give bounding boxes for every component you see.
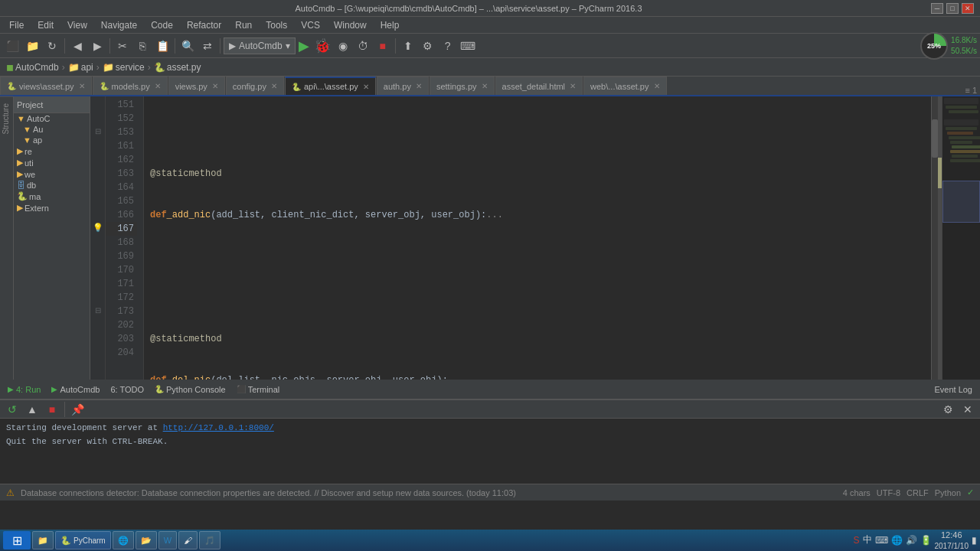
settings-btn[interactable]: ⚙ — [419, 37, 437, 55]
ln-162: 162 — [106, 153, 137, 167]
menu-file[interactable]: File — [3, 18, 30, 32]
cut-btn[interactable]: ✂ — [113, 37, 132, 55]
tab-settings[interactable]: settings.py ✕ — [430, 77, 495, 95]
clock[interactable]: 12:46 2017/1/10 — [935, 530, 969, 550]
close-panel-btn[interactable]: ✕ — [959, 400, 977, 419]
event-log-btn[interactable]: Event Log — [929, 381, 977, 398]
back-btn[interactable]: ◀ — [68, 37, 87, 55]
breadcrumb-service[interactable]: 📁 service — [103, 62, 145, 73]
taskbar-paint[interactable]: 🖌 — [178, 531, 198, 549]
forward-btn[interactable]: ▶ — [88, 37, 106, 55]
tab-views-asset[interactable]: 🐍 views\asset.py ✕ — [0, 77, 92, 95]
close-button[interactable]: ✕ — [962, 3, 974, 14]
taskbar-chrome[interactable]: 🌐 — [113, 531, 134, 549]
tree-ap[interactable]: ▼ ap — [14, 135, 90, 145]
tab-auth[interactable]: auth.py ✕ — [377, 77, 429, 95]
bulb-167[interactable]: 💡 — [90, 220, 105, 234]
tab-asset-detail[interactable]: asset_detail.html ✕ — [495, 77, 583, 95]
close-tab-auth[interactable]: ✕ — [416, 82, 422, 90]
tab-overflow-btn[interactable]: ≡ 1 — [965, 86, 977, 95]
close-tab-settings[interactable]: ✕ — [482, 82, 488, 90]
menu-tools[interactable]: Tools — [260, 18, 293, 32]
run-btn[interactable]: ▶ — [297, 37, 311, 54]
tree-autocmdb[interactable]: ▼ AutoC — [14, 113, 90, 124]
minimize-button[interactable]: ─ — [931, 3, 943, 14]
run-toolbar-btn[interactable]: ▶ 4: Run — [3, 381, 45, 398]
autocmdb-toolbar-btn[interactable]: ▶ AutoCmdb — [47, 381, 104, 398]
start-button[interactable]: ⊞ — [3, 531, 31, 549]
fold-173[interactable]: ⊟ — [90, 303, 105, 317]
tree-extern[interactable]: ▶ Extern — [14, 202, 90, 214]
close-tab-config[interactable]: ✕ — [271, 82, 277, 90]
stop-btn[interactable]: ■ — [374, 37, 392, 55]
tree-we[interactable]: ▶ we — [14, 168, 90, 180]
menu-vcs[interactable]: VCS — [295, 18, 326, 32]
coverage-btn[interactable]: ◉ — [334, 37, 352, 55]
restart-btn[interactable]: ↺ — [3, 400, 21, 419]
terminal-toolbar-btn[interactable]: ⬛ Terminal — [232, 381, 285, 398]
tab-models[interactable]: 🐍 models.py ✕ — [93, 77, 168, 95]
taskbar-word[interactable]: W — [158, 531, 177, 549]
tree-db[interactable]: 🗄 db — [14, 180, 90, 191]
folder-icon-re: ▶ — [17, 146, 23, 156]
tab-config[interactable]: config.py ✕ — [226, 77, 284, 95]
taskbar-media[interactable]: 🎵 — [199, 531, 220, 549]
taskbar-file-manager[interactable]: 📂 — [136, 531, 157, 549]
breadcrumb-autocmdb[interactable]: ◼ AutoCmdb — [6, 62, 59, 73]
tree-au[interactable]: ▼ Au — [14, 124, 90, 135]
terminal-btn[interactable]: ⌨ — [459, 37, 477, 55]
menu-navigate[interactable]: Navigate — [95, 18, 143, 32]
menu-code[interactable]: Code — [145, 18, 179, 32]
tree-uti[interactable]: ▶ uti — [14, 157, 90, 168]
close-tab-api-asset[interactable]: ✕ — [363, 83, 369, 91]
search-btn[interactable]: 🔍 — [178, 37, 197, 55]
gear-btn[interactable]: ⚙ — [939, 400, 957, 419]
vcs-btn[interactable]: ⬆ — [399, 37, 417, 55]
code-editor[interactable]: ⊟ 💡 ⊟ 151 152 — [90, 96, 942, 380]
code-content[interactable]: @staticmethod def _add_nic(add_list, cli… — [144, 96, 931, 380]
breadcrumb-file[interactable]: 🐍 asset.py — [154, 62, 201, 73]
pin-btn[interactable]: 📌 — [68, 400, 87, 419]
menu-window[interactable]: Window — [328, 18, 373, 32]
stop-run-btn[interactable]: ■ — [43, 400, 61, 419]
python-console-btn[interactable]: 🐍 Python Console — [150, 381, 230, 398]
taskbar-explorer[interactable]: 📁 — [32, 531, 54, 549]
menu-view[interactable]: View — [61, 18, 93, 32]
tab-api-asset[interactable]: 🐍 api\...\asset.py ✕ — [285, 77, 376, 95]
open-btn[interactable]: 📁 — [23, 37, 41, 55]
project-view-btn[interactable]: ⬛ — [3, 37, 21, 55]
close-tab-asset-detail[interactable]: ✕ — [570, 82, 576, 90]
close-tab-web-asset[interactable]: ✕ — [654, 82, 660, 90]
menu-refactor[interactable]: Refactor — [181, 18, 227, 32]
taskbar-pycharm[interactable]: 🐍 PyCharm — [55, 531, 111, 549]
fold-153[interactable]: ⊟ — [90, 124, 105, 138]
tab-views[interactable]: views.py ✕ — [168, 77, 225, 95]
scroll-up-btn[interactable]: ▲ — [23, 400, 41, 419]
menu-edit[interactable]: Edit — [31, 18, 60, 32]
menu-help[interactable]: Help — [374, 18, 406, 32]
close-tab-models[interactable]: ✕ — [155, 82, 161, 90]
copy-btn[interactable]: ⎘ — [133, 37, 152, 55]
tree-re[interactable]: ▶ re — [14, 145, 90, 157]
breadcrumb-sep-1: › — [62, 62, 65, 73]
maximize-button[interactable]: □ — [946, 3, 959, 14]
tree-ma[interactable]: 🐍 ma — [14, 191, 90, 202]
debug-btn[interactable]: 🐞 — [312, 37, 332, 54]
show-desktop-btn[interactable]: ▮ — [972, 535, 977, 546]
close-tab-views-asset[interactable]: ✕ — [79, 82, 85, 90]
right-scrollbar[interactable] — [931, 96, 942, 380]
menu-run[interactable]: Run — [229, 18, 258, 32]
paste-btn[interactable]: 📋 — [153, 37, 172, 55]
sync-btn[interactable]: ↻ — [43, 37, 61, 55]
help-icon-btn[interactable]: ? — [439, 37, 457, 55]
todo-toolbar-btn[interactable]: 6: TODO — [106, 381, 149, 398]
project-dropdown[interactable]: ▶ AutoCmdb ▾ — [224, 37, 296, 54]
structure-tab[interactable]: Structure — [0, 96, 13, 141]
replace-btn[interactable]: ⇄ — [198, 37, 217, 55]
close-tab-views[interactable]: ✕ — [212, 82, 218, 90]
breadcrumb-api[interactable]: 📁 api — [68, 62, 93, 73]
gutter-204 — [90, 344, 105, 358]
profile-btn[interactable]: ⏱ — [354, 37, 372, 55]
dev-server-link[interactable]: http://127.0.0.1:8000/ — [163, 423, 274, 432]
tab-web-asset[interactable]: web\...\asset.py ✕ — [583, 77, 666, 95]
